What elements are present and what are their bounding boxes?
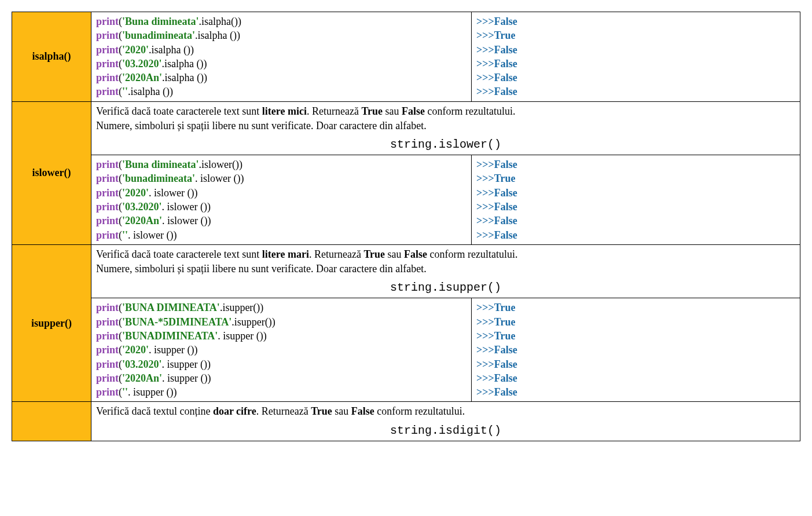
text-bold: False — [402, 105, 425, 117]
method-call: . isupper () — [128, 386, 173, 398]
string-literal: '03.2020' — [122, 201, 162, 213]
code-line: print('Buna dimineata'.islower()) — [96, 158, 466, 171]
syntax-isupper: string.isupper() — [96, 281, 795, 294]
code-line: print('bunadimineata'.isalpha ()) — [96, 28, 466, 42]
code-line: print('Buna dimineata'.isalpha()) — [96, 14, 466, 28]
close-paren: ) — [207, 201, 211, 213]
close-paren: ) — [190, 44, 194, 56]
print-keyword: print — [96, 344, 119, 356]
print-keyword: print — [96, 30, 119, 41]
method-call: .islower() — [199, 159, 239, 170]
text-bold: True — [363, 248, 385, 260]
string-literal: 'bunadimineata' — [122, 173, 195, 184]
prompt-chevrons: >>> — [476, 302, 494, 313]
text: Numere, simboluri și spații libere nu su… — [96, 262, 795, 276]
output-line: >>>False — [476, 385, 795, 399]
code-line: print('BUNA-*5DIMINEATA'.isupper()) — [96, 315, 466, 329]
close-paren: ) — [238, 16, 241, 27]
code-line: print(''. isupper ()) — [96, 385, 466, 399]
string-literal: '2020An' — [122, 72, 162, 83]
string-literal: '03.2020' — [122, 58, 162, 69]
code-line: print('03.2020'. isupper ()) — [96, 357, 466, 371]
string-literal: 'Buna dimineata' — [122, 16, 199, 27]
close-paren: ) — [204, 58, 207, 69]
isalpha-code-cell: print('Buna dimineata'.isalpha())print('… — [91, 12, 472, 102]
print-keyword: print — [96, 187, 119, 199]
print-keyword: print — [96, 201, 119, 213]
row-islower-desc: islower() Verifică dacă toate caracterel… — [12, 101, 800, 155]
close-paren: ) — [239, 159, 243, 170]
islower-output-cell: >>>False>>>True>>>False>>>False>>>False>… — [472, 155, 800, 245]
row-isupper-examples: print('BUNA DIMINEATA'.isupper())print('… — [12, 298, 800, 402]
islower-description-cell: Verifică dacă toate caracterele text sun… — [91, 101, 800, 155]
output-line: >>>False — [476, 158, 795, 171]
prompt-chevrons: >>> — [476, 159, 494, 170]
method-call: .isupper() — [220, 302, 260, 313]
print-keyword: print — [96, 72, 119, 83]
prompt-chevrons: >>> — [476, 16, 494, 27]
output-line: >>>False — [476, 57, 795, 71]
string-literal: 'BUNA DIMINEATA' — [122, 302, 220, 313]
method-name-isdigit — [12, 402, 91, 441]
method-call: . islower () — [162, 215, 207, 226]
code-line: print('bunadimineata'. islower ()) — [96, 171, 466, 185]
boolean-output: False — [494, 229, 517, 241]
code-line: print('BUNA DIMINEATA'.isupper()) — [96, 301, 466, 314]
print-keyword: print — [96, 316, 119, 328]
prompt-chevrons: >>> — [476, 372, 494, 384]
string-literal: '2020' — [122, 44, 149, 56]
prompt-chevrons: >>> — [476, 86, 494, 97]
method-call: . isupper () — [218, 330, 263, 342]
code-line: print('2020An'. isupper ()) — [96, 371, 466, 385]
isdigit-description-cell: Verifică dacă textul conține doar cifre.… — [91, 402, 800, 441]
text: Verifică dacă textul conține — [96, 405, 213, 417]
text-bold: doar cifre — [213, 405, 256, 417]
boolean-output: True — [494, 30, 516, 41]
text: sau — [332, 405, 351, 417]
prompt-chevrons: >>> — [476, 44, 494, 56]
boolean-output: True — [494, 316, 516, 328]
method-name-isalpha: isalpha() — [12, 12, 91, 102]
text-bold: True — [361, 105, 383, 117]
output-line: >>>False — [476, 228, 795, 242]
print-keyword: print — [96, 44, 119, 56]
prompt-chevrons: >>> — [476, 201, 494, 213]
string-literal: '03.2020' — [122, 358, 162, 370]
code-line: print('2020'. islower ()) — [96, 186, 466, 200]
boolean-output: True — [494, 302, 516, 313]
output-line: >>>False — [476, 14, 795, 28]
prompt-chevrons: >>> — [476, 173, 494, 184]
close-paren: ) — [170, 86, 173, 97]
output-line: >>>False — [476, 357, 795, 371]
method-call: . isupper () — [149, 344, 194, 356]
code-line: print('BUNADIMINEATA'. isupper ()) — [96, 329, 466, 343]
output-line: >>>True — [476, 28, 795, 42]
string-literal: '2020An' — [122, 372, 162, 384]
text-bold: litere mici — [262, 105, 307, 117]
print-keyword: print — [96, 159, 119, 170]
output-line: >>>False — [476, 186, 795, 200]
code-line: print('03.2020'.isalpha ()) — [96, 57, 466, 71]
method-call: .isalpha () — [128, 86, 170, 97]
prompt-chevrons: >>> — [476, 358, 494, 370]
string-literal: '' — [122, 229, 128, 241]
boolean-output: False — [494, 58, 517, 69]
print-keyword: print — [96, 330, 119, 342]
print-keyword: print — [96, 86, 119, 97]
print-keyword: print — [96, 58, 119, 69]
isupper-code-cell: print('BUNA DIMINEATA'.isupper())print('… — [91, 298, 472, 402]
code-line: print('2020'. isupper ()) — [96, 343, 466, 357]
boolean-output: False — [494, 201, 517, 213]
string-literal: '2020' — [122, 344, 149, 356]
boolean-output: False — [494, 344, 517, 356]
output-line: >>>True — [476, 171, 795, 185]
string-literal: 'Buna dimineata' — [122, 159, 199, 170]
close-paren: ) — [208, 372, 211, 384]
row-isupper-desc: isupper() Verifică dacă toate caracterel… — [12, 244, 800, 298]
text: . Returnează — [307, 105, 361, 117]
method-name-isupper: isupper() — [12, 244, 91, 401]
boolean-output: False — [494, 72, 517, 83]
boolean-output: True — [494, 330, 516, 342]
islower-code-cell: print('Buna dimineata'.islower())print('… — [91, 155, 472, 245]
close-paren: ) — [174, 229, 177, 241]
